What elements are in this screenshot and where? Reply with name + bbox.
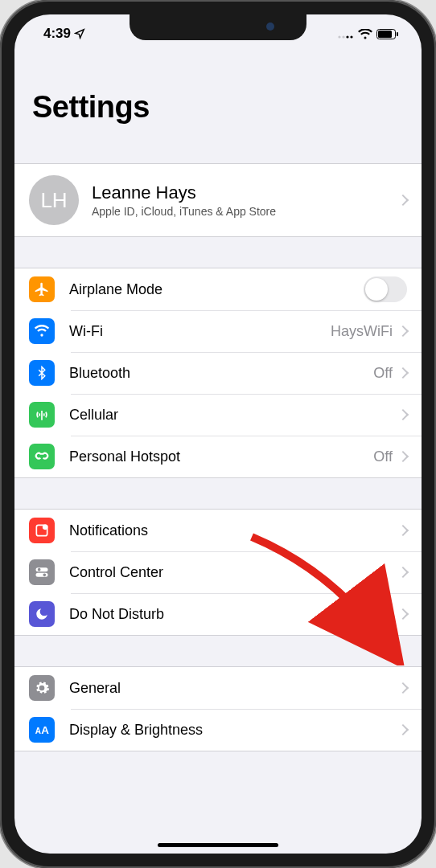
general-row[interactable]: General (14, 667, 422, 709)
wifi-icon (358, 29, 372, 39)
svg-text:A: A (35, 727, 41, 735)
wifi-row[interactable]: Wi-Fi HaysWiFi (14, 310, 422, 352)
airplane-label: Airplane Mode (69, 281, 364, 298)
hotspot-label: Personal Hotspot (69, 448, 373, 465)
profile-group: LH Leanne Hays Apple ID, iCloud, iTunes … (14, 163, 422, 237)
screen: 4:39 Settings LH Leanne Hays Apple (14, 14, 422, 854)
home-indicator[interactable] (158, 843, 278, 847)
wifi-label: Wi-Fi (69, 323, 331, 340)
chevron-right-icon (397, 608, 409, 620)
section-gap (14, 636, 422, 666)
svg-point-2 (346, 35, 348, 38)
page-header: Settings (14, 53, 422, 133)
hotspot-value: Off (373, 448, 393, 465)
notifications-label: Notifications (69, 522, 399, 539)
avatar: LH (29, 175, 79, 225)
chevron-right-icon (397, 326, 409, 337)
profile-subtitle: Apple ID, iCloud, iTunes & App Store (92, 205, 399, 218)
moon-icon (29, 601, 55, 627)
svg-text:A: A (41, 724, 49, 736)
section-gap (14, 237, 422, 268)
section-gap (14, 478, 422, 509)
cellular-icon (29, 402, 55, 428)
signal-icon (338, 29, 354, 39)
svg-rect-6 (397, 32, 398, 36)
wifi-value: HaysWiFi (331, 323, 393, 340)
control-center-row[interactable]: Control Center (14, 551, 422, 593)
notifications-icon (29, 518, 55, 543)
wifi-settings-icon (29, 318, 55, 344)
notifications-row[interactable]: Notifications (14, 510, 422, 551)
chevron-right-icon (397, 451, 409, 462)
svg-point-9 (43, 525, 48, 530)
airplane-toggle[interactable] (364, 276, 407, 302)
notch (130, 14, 306, 40)
chevron-right-icon (397, 682, 409, 694)
svg-point-12 (38, 568, 41, 571)
control-center-label: Control Center (69, 564, 399, 581)
profile-row[interactable]: LH Leanne Hays Apple ID, iCloud, iTunes … (14, 164, 422, 236)
notifications-group: Notifications Control Center Do Not Dist… (14, 509, 422, 636)
svg-point-0 (338, 35, 340, 38)
phone-frame: 4:39 Settings LH Leanne Hays Apple (0, 0, 436, 868)
chevron-right-icon (397, 194, 409, 206)
bluetooth-row[interactable]: Bluetooth Off (14, 352, 422, 394)
airplane-mode-row[interactable]: Airplane Mode (14, 268, 422, 310)
hotspot-row[interactable]: Personal Hotspot Off (14, 436, 422, 477)
svg-point-3 (350, 35, 352, 38)
svg-point-1 (342, 35, 344, 38)
airplane-icon (29, 276, 55, 302)
svg-point-13 (43, 574, 47, 577)
chevron-right-icon (397, 567, 409, 578)
dnd-label: Do Not Disturb (69, 606, 399, 623)
profile-name: Leanne Hays (92, 182, 399, 203)
bluetooth-icon (29, 360, 55, 386)
chevron-right-icon (397, 724, 409, 735)
svg-rect-11 (36, 573, 48, 577)
svg-rect-10 (36, 567, 48, 571)
location-arrow-icon (74, 28, 85, 39)
gear-icon (29, 675, 55, 701)
svg-rect-5 (378, 31, 392, 38)
do-not-disturb-row[interactable]: Do Not Disturb (14, 593, 422, 635)
cellular-label: Cellular (69, 407, 399, 424)
display-brightness-row[interactable]: AA Display & Brightness (14, 709, 422, 751)
chevron-right-icon (397, 367, 409, 379)
status-time: 4:39 (43, 26, 71, 42)
battery-icon (376, 29, 399, 39)
bluetooth-label: Bluetooth (69, 365, 373, 382)
section-gap (14, 133, 422, 163)
bluetooth-value: Off (373, 365, 393, 382)
general-label: General (69, 680, 399, 697)
page-title: Settings (32, 90, 404, 125)
control-center-icon (29, 559, 55, 585)
hotspot-icon (29, 444, 55, 469)
general-group: General AA Display & Brightness (14, 666, 422, 751)
text-size-icon: AA (29, 717, 55, 743)
display-label: Display & Brightness (69, 722, 399, 739)
connectivity-group: Airplane Mode Wi-Fi HaysWiFi Bluetooth O… (14, 268, 422, 478)
chevron-right-icon (397, 525, 409, 536)
avatar-initials: LH (40, 188, 67, 213)
cellular-row[interactable]: Cellular (14, 394, 422, 436)
chevron-right-icon (397, 409, 409, 420)
